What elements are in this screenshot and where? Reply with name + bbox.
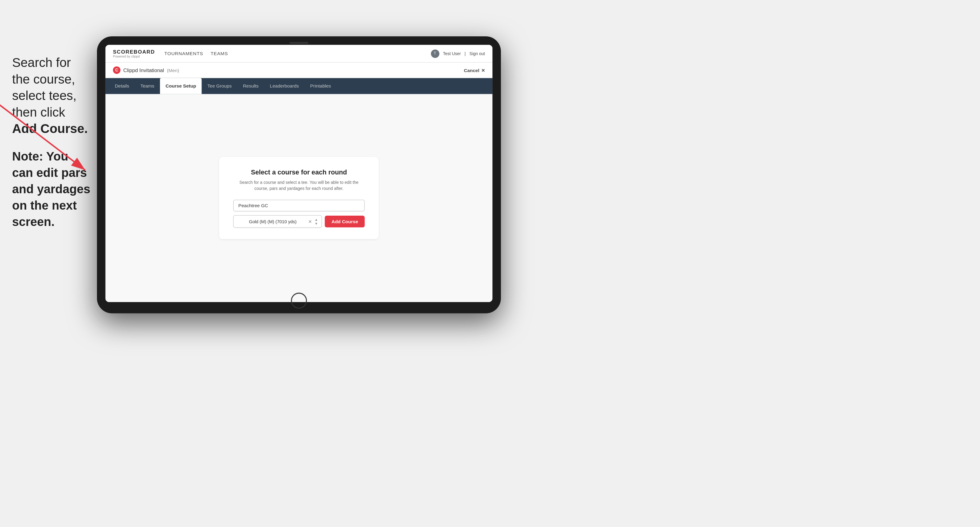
tab-course-setup[interactable]: Course Setup — [160, 78, 202, 94]
note-label: Note: You can edit pars and yardages on … — [12, 149, 90, 229]
cancel-button[interactable]: Cancel✕ — [462, 68, 485, 73]
tab-results[interactable]: Results — [237, 78, 264, 94]
username: Test User — [443, 51, 461, 56]
tab-leaderboards[interactable]: Leaderboards — [264, 78, 305, 94]
chevron-down-icon[interactable]: ▼ — [315, 221, 318, 225]
tablet-shell: SCOREBOARD Powered by clippd TOURNAMENTS… — [97, 37, 501, 313]
tee-clear-button[interactable]: ✕ — [308, 219, 312, 224]
navbar: SCOREBOARD Powered by clippd TOURNAMENTS… — [105, 45, 492, 63]
tab-printables[interactable]: Printables — [305, 78, 337, 94]
nav-separator: | — [465, 51, 466, 56]
tee-select-controls[interactable]: ▲ ▼ — [315, 218, 318, 225]
course-card-title: Select a course for each round — [233, 168, 365, 176]
chevron-up-icon[interactable]: ▲ — [315, 218, 318, 222]
add-course-bold: Add Course. — [12, 121, 88, 136]
tournament-name: Clippd Invitational — [123, 67, 164, 73]
tab-bar: Details Teams Course Setup Tee Groups Re… — [105, 78, 492, 94]
logo-area: SCOREBOARD Powered by clippd — [113, 49, 155, 58]
add-course-button[interactable]: Add Course — [325, 216, 364, 227]
instruction-panel: Search for the course, select tees, then… — [12, 54, 91, 230]
tournament-title-area: C Clippd Invitational (Men) — [113, 66, 180, 74]
course-card: Select a course for each round Search fo… — [219, 157, 379, 239]
tee-select-row: Gold (M) (M) (7010 yds) ✕ ▲ ▼ Add Course — [233, 215, 365, 228]
tee-select-wrapper[interactable]: Gold (M) (M) (7010 yds) ✕ ▲ ▼ — [233, 215, 322, 228]
nav-tournaments[interactable]: TOURNAMENTS — [164, 51, 203, 56]
tab-teams[interactable]: Teams — [135, 78, 160, 94]
tab-details[interactable]: Details — [109, 78, 135, 94]
tournament-gender: (Men) — [167, 68, 179, 73]
user-avatar: T — [431, 49, 439, 58]
tab-tee-groups[interactable]: Tee Groups — [202, 78, 237, 94]
course-card-subtitle: Search for a course and select a tee. Yo… — [233, 179, 365, 192]
tournament-header: C Clippd Invitational (Men) Cancel✕ — [105, 63, 492, 78]
main-content: Select a course for each round Search fo… — [105, 94, 492, 302]
instruction-text-1: Search for the course, select tees, then… — [12, 54, 91, 137]
page-wrapper: Search for the course, select tees, then… — [0, 0, 980, 527]
tablet-area: SCOREBOARD Powered by clippd TOURNAMENTS… — [97, 37, 501, 313]
nav-teams[interactable]: TEAMS — [211, 51, 228, 56]
tee-select-value: Gold (M) (M) (7010 yds) — [237, 219, 308, 224]
tablet-screen: SCOREBOARD Powered by clippd TOURNAMENTS… — [105, 45, 492, 302]
nav-right: T Test User | Sign out — [431, 49, 485, 58]
logo-sub: Powered by clippd — [113, 54, 155, 58]
logo-text: SCOREBOARD — [113, 49, 155, 55]
signout-link[interactable]: Sign out — [469, 51, 485, 56]
course-search-input[interactable] — [233, 200, 365, 211]
instruction-text-2: Note: You can edit pars and yardages on … — [12, 148, 91, 230]
tournament-icon: C — [113, 66, 121, 74]
nav-links: TOURNAMENTS TEAMS — [164, 51, 431, 56]
